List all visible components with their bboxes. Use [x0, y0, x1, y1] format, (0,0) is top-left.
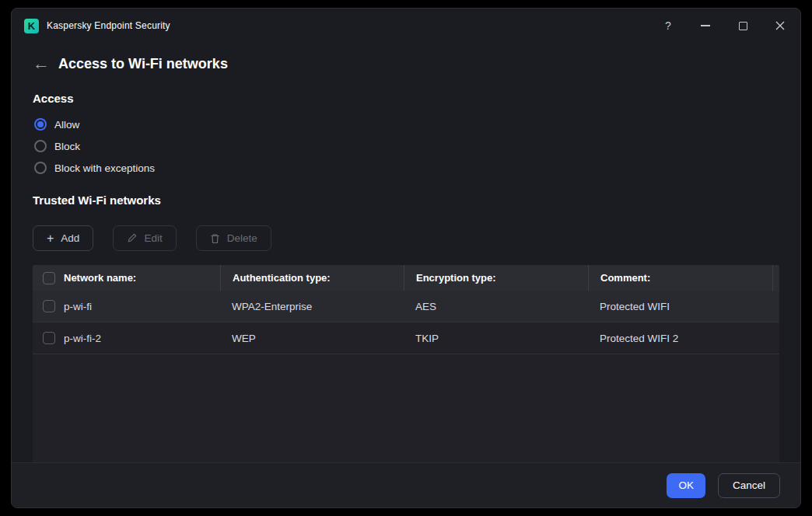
radio-icon: [34, 118, 47, 131]
header-cell-scrollbar: [772, 265, 779, 291]
page-header: ← Access to Wi-Fi networks: [33, 51, 779, 77]
radio-icon: [34, 140, 47, 152]
plus-icon: +: [47, 232, 54, 245]
table-row[interactable]: p-wi-fi-2 WEP TKIP Protected WIFI 2: [33, 322, 779, 354]
minimize-icon[interactable]: [698, 18, 713, 33]
table-toolbar: + Add Edit Delete: [33, 225, 779, 251]
ok-button[interactable]: OK: [667, 473, 705, 498]
row-cell-authentication-type: WPA2-Enterprise: [220, 291, 404, 322]
header-cell-checkbox: [33, 265, 64, 291]
table-header-row: Network name: Authentication type: Encry…: [33, 265, 779, 291]
header-cell-encryption-type: Encryption type:: [404, 265, 588, 291]
app-title: Kaspersky Endpoint Security: [47, 20, 170, 31]
table-row[interactable]: p-wi-fi WPA2-Enterprise AES Protected WI…: [33, 291, 779, 322]
radio-option-allow[interactable]: Allow: [33, 113, 779, 135]
row-cell-authentication-type: WEP: [220, 322, 404, 354]
row-cell-network-name: p-wi-fi: [64, 291, 220, 322]
radio-label: Allow: [54, 119, 79, 131]
content: ← Access to Wi-Fi networks Access Allow …: [12, 43, 800, 462]
radio-label: Block with exceptions: [54, 162, 155, 174]
radio-icon: [34, 162, 47, 174]
header-cell-comment: Comment:: [588, 265, 772, 291]
row-cell-checkbox: [33, 291, 64, 322]
titlebar: K Kaspersky Endpoint Security ?: [12, 9, 800, 43]
row-cell-network-name: p-wi-fi-2: [64, 322, 220, 354]
row-checkbox[interactable]: [43, 300, 55, 312]
cancel-button[interactable]: Cancel: [718, 473, 780, 498]
row-cell-checkbox: [33, 322, 64, 354]
row-cell-comment: Protected WIFI: [588, 291, 772, 322]
delete-button[interactable]: Delete: [196, 225, 271, 251]
trusted-networks-heading: Trusted Wi-Fi networks: [33, 194, 779, 207]
edit-button-label: Edit: [144, 232, 162, 244]
row-cell-encryption-type: AES: [404, 291, 588, 322]
kaspersky-logo-icon: K: [24, 19, 39, 33]
window-controls: ?: [660, 18, 788, 33]
help-icon[interactable]: ?: [660, 18, 676, 33]
delete-button-label: Delete: [227, 232, 257, 244]
trash-icon: [210, 233, 220, 244]
table-empty-area: [33, 354, 779, 462]
maximize-icon[interactable]: [735, 18, 751, 33]
header-cell-authentication-type: Authentication type:: [220, 265, 404, 291]
row-cell-encryption-type: TKIP: [404, 322, 588, 354]
radio-option-block[interactable]: Block: [33, 135, 779, 157]
add-button-label: Add: [61, 232, 79, 244]
radio-option-block-with-exceptions[interactable]: Block with exceptions: [33, 157, 779, 179]
footer: OK Cancel: [12, 462, 800, 507]
row-checkbox[interactable]: [43, 332, 55, 344]
close-icon[interactable]: [772, 18, 788, 33]
pencil-icon: [127, 233, 137, 243]
header-cell-network-name: Network name:: [64, 265, 220, 291]
edit-button[interactable]: Edit: [113, 225, 176, 251]
trusted-networks-table: Network name: Authentication type: Encry…: [33, 265, 779, 462]
app-window: K Kaspersky Endpoint Security ? ← Access…: [11, 8, 801, 508]
back-arrow-icon[interactable]: ←: [33, 55, 50, 72]
select-all-checkbox[interactable]: [43, 272, 55, 284]
radio-label: Block: [54, 141, 80, 152]
row-cell-comment: Protected WIFI 2: [588, 322, 772, 354]
page-title: Access to Wi-Fi networks: [58, 56, 228, 72]
access-heading: Access: [33, 92, 779, 105]
add-button[interactable]: + Add: [33, 225, 93, 251]
